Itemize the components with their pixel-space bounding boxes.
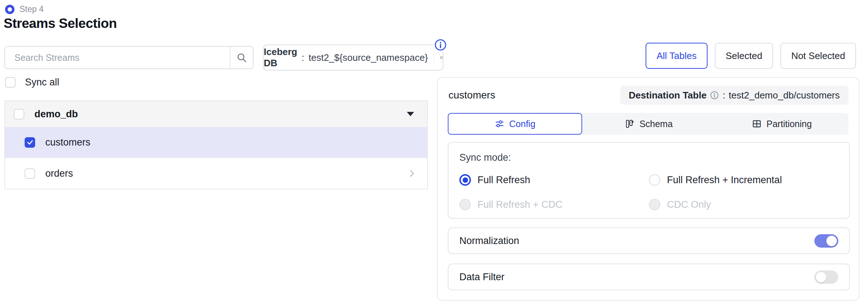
table-filter-group: All Tables Selected Not Selected: [646, 43, 856, 69]
detail-tabbar: Config Schema Partitioning: [448, 113, 848, 135]
destination-label: Destination Table: [629, 90, 707, 101]
page-title: Streams Selection: [4, 16, 117, 31]
detail-title: customers: [448, 89, 495, 101]
destination-table-pill: Destination Table : test2_demo_db/custom…: [620, 86, 848, 105]
data-filter-card: Data Filter: [448, 264, 850, 290]
radio-label: Full Refresh + CDC: [477, 199, 563, 210]
data-filter-label: Data Filter: [459, 272, 505, 283]
db-chip-separator: :: [302, 52, 304, 63]
group-row-demo-db[interactable]: demo_db: [5, 101, 427, 127]
grid-icon: [752, 119, 761, 129]
tab-partitioning[interactable]: Partitioning: [715, 113, 848, 135]
radio-unselected-icon: [649, 174, 660, 186]
search-button[interactable]: [230, 47, 253, 68]
toggle-knob: [826, 236, 837, 246]
radio-full-refresh-cdc: Full Refresh + CDC: [459, 199, 649, 210]
info-icon: [434, 39, 447, 51]
group-name: demo_db: [34, 109, 397, 120]
radio-full-refresh-incremental[interactable]: Full Refresh + Incremental: [649, 174, 838, 186]
stream-row-orders[interactable]: orders: [5, 157, 427, 189]
tab-label: Schema: [639, 119, 673, 129]
tab-label: Partitioning: [767, 119, 812, 129]
chip-divider: [434, 51, 434, 64]
radio-disabled-icon: [649, 199, 660, 210]
sync-mode-label: Sync mode:: [459, 152, 838, 163]
step-label: Step 4: [20, 4, 44, 14]
stream-name: orders: [45, 168, 397, 179]
external-link-icon[interactable]: [440, 52, 443, 63]
step-indicator: Step 4: [5, 4, 44, 14]
collapse-caret-icon[interactable]: [407, 112, 414, 116]
destination-value: test2_demo_db/customers: [729, 90, 840, 101]
radio-label: Full Refresh + Incremental: [667, 174, 782, 186]
stream-list: demo_db customers orders: [4, 100, 428, 189]
data-filter-toggle[interactable]: [814, 270, 838, 284]
columns-plus-icon: [625, 119, 634, 129]
toggle-knob: [816, 272, 826, 282]
group-checkbox[interactable]: [14, 109, 24, 119]
tab-label: Config: [509, 119, 535, 129]
search-box: [4, 46, 254, 69]
radio-cdc-only: CDC Only: [649, 199, 838, 210]
db-chip-label: Iceberg DB: [264, 46, 297, 69]
filter-all-tables[interactable]: All Tables: [646, 43, 708, 69]
search-icon: [236, 52, 247, 63]
sync-all-label: Sync all: [25, 77, 59, 88]
filter-not-selected[interactable]: Not Selected: [780, 43, 856, 69]
stream-checkbox[interactable]: [25, 168, 35, 179]
normalization-label: Normalization: [459, 235, 519, 247]
search-input[interactable]: [5, 47, 230, 68]
stream-name: customers: [45, 137, 416, 148]
destination-db-chip: Iceberg DB : test2_${source_namespace}: [263, 45, 443, 71]
destination-separator: :: [722, 90, 725, 101]
sync-mode-card: Sync mode: Full Refresh Full Refresh + I…: [448, 142, 850, 219]
sync-mode-options: Full Refresh Full Refresh + Incremental …: [459, 174, 838, 210]
filter-selected[interactable]: Selected: [715, 43, 773, 69]
db-chip-value: test2_${source_namespace}: [309, 52, 428, 63]
tab-config[interactable]: Config: [448, 113, 582, 135]
sync-all-row: Sync all: [5, 77, 59, 88]
normalization-card: Normalization: [448, 227, 850, 254]
info-icon[interactable]: [710, 91, 719, 100]
tab-schema[interactable]: Schema: [582, 113, 715, 135]
radio-disabled-icon: [459, 199, 471, 210]
chevron-right-icon: [407, 168, 416, 179]
stream-checkbox[interactable]: [25, 137, 35, 148]
radio-label: CDC Only: [667, 199, 711, 210]
radio-selected-icon: [459, 174, 471, 186]
radio-full-refresh[interactable]: Full Refresh: [459, 174, 649, 186]
radio-label: Full Refresh: [477, 174, 530, 186]
db-info-button[interactable]: [434, 38, 447, 52]
stream-row-customers[interactable]: customers: [5, 127, 427, 157]
sync-all-checkbox[interactable]: [5, 77, 16, 88]
check-icon: [26, 139, 34, 146]
normalization-toggle[interactable]: [814, 234, 838, 248]
stream-detail-panel: customers Destination Table : test2_demo…: [437, 77, 859, 301]
step-progress-icon: [5, 5, 14, 14]
sliders-icon: [495, 119, 504, 129]
